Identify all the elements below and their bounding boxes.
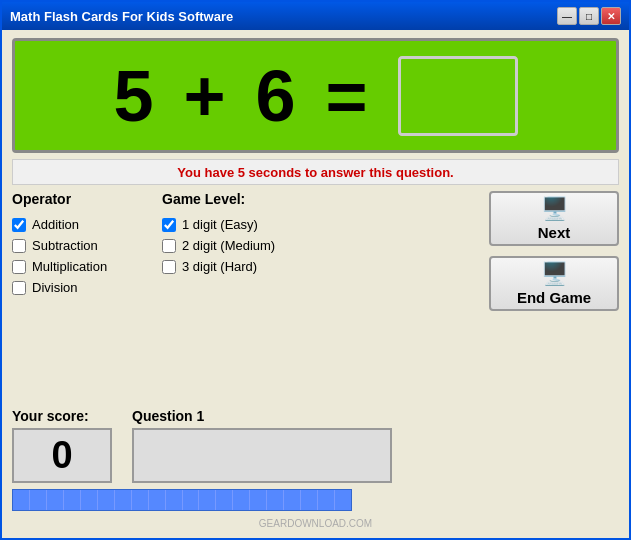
flash-number1: 5 bbox=[113, 60, 153, 132]
answer-box[interactable] bbox=[398, 56, 518, 136]
3digit-checkbox[interactable] bbox=[162, 260, 176, 274]
1digit-label: 1 digit (Easy) bbox=[182, 217, 258, 232]
question-section: Question 1 bbox=[132, 408, 392, 483]
subtraction-checkbox[interactable] bbox=[12, 239, 26, 253]
checkbox-division[interactable]: Division bbox=[12, 280, 152, 295]
question-box bbox=[132, 428, 392, 483]
1digit-checkbox[interactable] bbox=[162, 218, 176, 232]
addition-label: Addition bbox=[32, 217, 79, 232]
2digit-checkbox[interactable] bbox=[162, 239, 176, 253]
flash-number2: 6 bbox=[256, 60, 296, 132]
score-area: Your score: 0 Question 1 bbox=[12, 408, 619, 483]
game-level-section: Game Level: 1 digit (Easy) 2 digit (Medi… bbox=[162, 191, 322, 402]
3digit-label: 3 digit (Hard) bbox=[182, 259, 257, 274]
end-game-icon: 🖥️ bbox=[541, 261, 568, 287]
addition-checkbox[interactable] bbox=[12, 218, 26, 232]
maximize-button[interactable]: □ bbox=[579, 7, 599, 25]
window-controls: — □ ✕ bbox=[557, 7, 621, 25]
game-level-title: Game Level: bbox=[162, 191, 322, 207]
end-game-button[interactable]: 🖥️ End Game bbox=[489, 256, 619, 311]
timer-bar: You have 5 seconds to answer this questi… bbox=[12, 159, 619, 185]
buttons-section: 🖥️ Next 🖥️ End Game bbox=[489, 191, 619, 402]
content-area: 5 + 6 = You have 5 seconds to answer thi… bbox=[2, 30, 629, 538]
division-checkbox[interactable] bbox=[12, 281, 26, 295]
score-box: 0 bbox=[12, 428, 112, 483]
operator-title: Operator bbox=[12, 191, 152, 207]
score-label: Your score: bbox=[12, 408, 112, 424]
subtraction-label: Subtraction bbox=[32, 238, 98, 253]
division-label: Division bbox=[32, 280, 78, 295]
timer-text: You have 5 seconds to answer this questi… bbox=[177, 165, 453, 180]
checkbox-addition[interactable]: Addition bbox=[12, 217, 152, 232]
checkbox-multiplication[interactable]: Multiplication bbox=[12, 259, 152, 274]
checkbox-1digit[interactable]: 1 digit (Easy) bbox=[162, 217, 322, 232]
title-bar: Math Flash Cards For Kids Software — □ ✕ bbox=[2, 2, 629, 30]
close-button[interactable]: ✕ bbox=[601, 7, 621, 25]
multiplication-label: Multiplication bbox=[32, 259, 107, 274]
controls-area: Operator Addition Subtraction Multiplica… bbox=[12, 191, 619, 402]
minimize-button[interactable]: — bbox=[557, 7, 577, 25]
checkbox-subtraction[interactable]: Subtraction bbox=[12, 238, 152, 253]
question-label: Question 1 bbox=[132, 408, 392, 424]
watermark: GEARDOWNLOAD.COM bbox=[12, 517, 619, 530]
window-title: Math Flash Cards For Kids Software bbox=[10, 9, 233, 24]
flash-card: 5 + 6 = bbox=[12, 38, 619, 153]
progress-bar-container bbox=[12, 489, 619, 511]
app-window: Math Flash Cards For Kids Software — □ ✕… bbox=[0, 0, 631, 540]
score-section: Your score: 0 bbox=[12, 408, 112, 483]
operator-section: Operator Addition Subtraction Multiplica… bbox=[12, 191, 152, 402]
checkbox-2digit[interactable]: 2 digit (Medium) bbox=[162, 238, 322, 253]
flash-equals: = bbox=[326, 60, 368, 132]
checkbox-3digit[interactable]: 3 digit (Hard) bbox=[162, 259, 322, 274]
score-value: 0 bbox=[51, 434, 72, 477]
next-label: Next bbox=[538, 224, 571, 241]
multiplication-checkbox[interactable] bbox=[12, 260, 26, 274]
progress-bar bbox=[12, 489, 352, 511]
flash-operator: + bbox=[183, 60, 225, 132]
next-icon: 🖥️ bbox=[541, 196, 568, 222]
next-button[interactable]: 🖥️ Next bbox=[489, 191, 619, 246]
end-game-label: End Game bbox=[517, 289, 591, 306]
2digit-label: 2 digit (Medium) bbox=[182, 238, 275, 253]
